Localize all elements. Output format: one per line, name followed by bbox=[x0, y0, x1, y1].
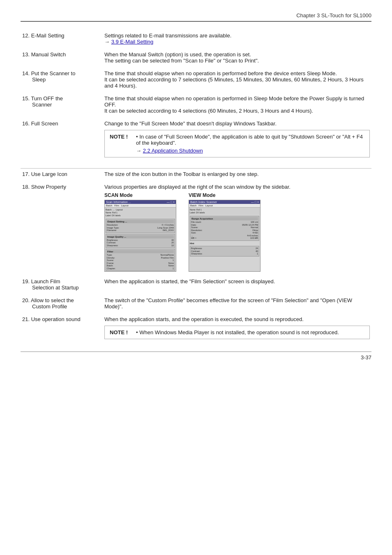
item-desc: Change to the "Full Screen Mode" that do… bbox=[103, 118, 371, 162]
item-desc: The time that should elapse when no oper… bbox=[103, 93, 371, 118]
item-20-line1: 20. Allow to select the bbox=[22, 297, 74, 303]
table-row: 15. Turn OFF the Scanner The time that s… bbox=[21, 93, 371, 118]
table-row: 12. E-Mail Setting Settings related to E… bbox=[21, 30, 371, 49]
table-row: 18. Show Property Various properties are… bbox=[21, 181, 371, 276]
item-20-line2: Custom Profile bbox=[22, 303, 67, 310]
item-21-label: 21. Use operation sound bbox=[22, 316, 81, 322]
item-desc: Various properties are displayed at the … bbox=[103, 181, 371, 276]
app-shutdown-link[interactable]: 2.2 Application Shutdown bbox=[143, 148, 203, 154]
item-15-line2: Scanner bbox=[22, 102, 52, 108]
note-label: NOTE ! bbox=[110, 134, 128, 140]
item-18-label: 18. Show Property bbox=[22, 184, 66, 190]
item-label: 18. Show Property bbox=[21, 181, 103, 276]
item-19-line1: 19. Launch Film bbox=[22, 278, 60, 284]
view-mode-block: VIEW Mode Batch Index Scanner — □ × Batc… bbox=[189, 192, 261, 272]
item-desc: When the Manual Switch (option) is used,… bbox=[103, 49, 371, 68]
table-row: 21. Use operation sound When the applica… bbox=[21, 314, 371, 343]
item-label: 17. Use Large Icon bbox=[21, 169, 103, 182]
item-desc: The size of the icon button in the Toolb… bbox=[103, 169, 371, 182]
item-17-label: 17. Use Large Icon bbox=[22, 171, 67, 177]
page-header: Chapter 3 SL-Touch for SL1000 bbox=[21, 12, 371, 22]
note-label-21: NOTE ! bbox=[110, 329, 128, 335]
spacer-row bbox=[21, 162, 371, 169]
item-19-line2: Selection at Startup bbox=[22, 284, 78, 291]
item-desc: When the application is started, the "Fi… bbox=[103, 276, 371, 295]
item-14-line1: 14. Put the Scanner to bbox=[22, 70, 75, 76]
footer: 3-37 bbox=[21, 352, 371, 361]
item-16-label: 16. Full Screen bbox=[22, 120, 58, 127]
table-row: 16. Full Screen Change to the "Full Scre… bbox=[21, 118, 371, 162]
chapter-title: Chapter 3 SL-Touch for SL1000 bbox=[296, 12, 371, 18]
item-label: 19. Launch Film Selection at Startup bbox=[21, 276, 103, 295]
item-label: 16. Full Screen bbox=[21, 118, 103, 162]
item-13-label: 13. Manual Switch bbox=[22, 51, 66, 58]
view-mode-label: VIEW Mode bbox=[189, 192, 215, 198]
content-table: 12. E-Mail Setting Settings related to E… bbox=[21, 30, 371, 343]
item-desc: Settings related to E-mail transmissions… bbox=[103, 30, 371, 49]
note-content: In case of "Full Screen Mode", the appli… bbox=[132, 134, 364, 154]
email-setting-link[interactable]: 3.9 E-Mail Setting bbox=[111, 39, 154, 45]
item-label: 13. Manual Switch bbox=[21, 49, 103, 68]
item-14-line2: Sleep bbox=[22, 76, 46, 83]
item-label: 21. Use operation sound bbox=[21, 314, 103, 343]
page: Chapter 3 SL-Touch for SL1000 12. E-Mail… bbox=[0, 0, 392, 555]
item-label: 12. E-Mail Setting bbox=[21, 30, 103, 49]
item-desc: When the application starts, and the ope… bbox=[103, 314, 371, 343]
table-row: 13. Manual Switch When the Manual Switch… bbox=[21, 49, 371, 68]
note-box: NOTE ! In case of "Full Screen Mode", th… bbox=[104, 130, 370, 157]
view-mode-image: Batch Index Scanner — □ × Batch Film Lay… bbox=[189, 200, 261, 272]
scan-mode-image: Scan Information ... — □ × Batch Film La… bbox=[104, 200, 176, 272]
item-label: 14. Put the Scanner to Sleep bbox=[21, 68, 103, 93]
item-desc: The time that should elapse when no oper… bbox=[103, 68, 371, 93]
scan-mode-block: SCAN Mode Scan Information ... — □ × Bat… bbox=[104, 192, 176, 272]
item-label: 15. Turn OFF the Scanner bbox=[21, 93, 103, 118]
item-label: 20. Allow to select the Custom Profile bbox=[21, 295, 103, 314]
note-box-21: NOTE ! When Windows Media Player is not … bbox=[104, 326, 370, 339]
item-15-line1: 15. Turn OFF the bbox=[22, 95, 63, 102]
scan-images-container: SCAN Mode Scan Information ... — □ × Bat… bbox=[104, 192, 370, 272]
table-row: 19. Launch Film Selection at Startup Whe… bbox=[21, 276, 371, 295]
table-row: 17. Use Large Icon The size of the icon … bbox=[21, 169, 371, 182]
item-desc: The switch of the "Custom Profile" becom… bbox=[103, 295, 371, 314]
page-number: 3-37 bbox=[361, 354, 371, 361]
note-content-21: When Windows Media Player is not install… bbox=[132, 329, 339, 335]
scan-mode-label: SCAN Mode bbox=[104, 192, 133, 198]
table-row: 20. Allow to select the Custom Profile T… bbox=[21, 295, 371, 314]
table-row: 14. Put the Scanner to Sleep The time th… bbox=[21, 68, 371, 93]
item-12-label: 12. E-Mail Setting bbox=[22, 32, 65, 39]
